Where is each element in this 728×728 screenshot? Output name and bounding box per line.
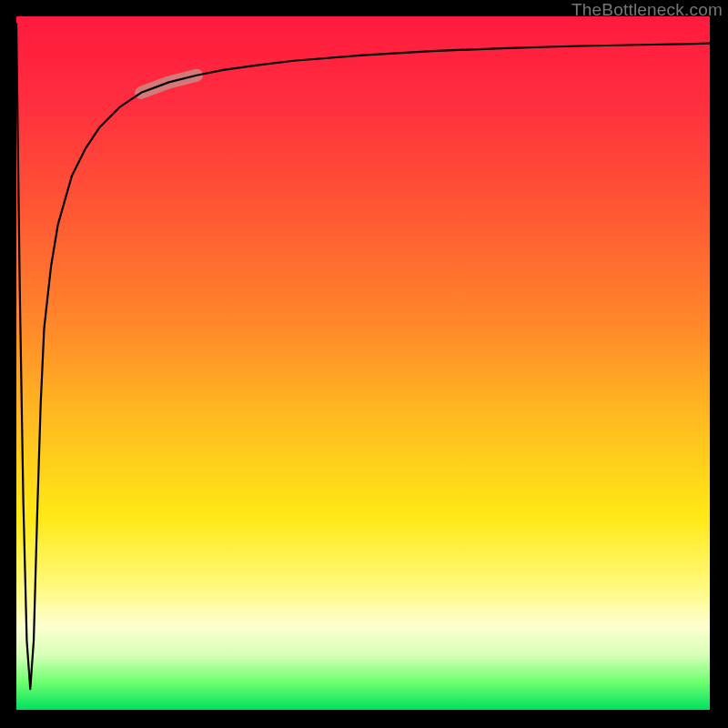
plot-area: [16, 16, 710, 710]
curve-layer: [16, 16, 710, 710]
chart-frame: TheBottleneck.com: [0, 0, 728, 728]
main-curve: [16, 24, 710, 690]
attribution-text: TheBottleneck.com: [571, 0, 723, 20]
